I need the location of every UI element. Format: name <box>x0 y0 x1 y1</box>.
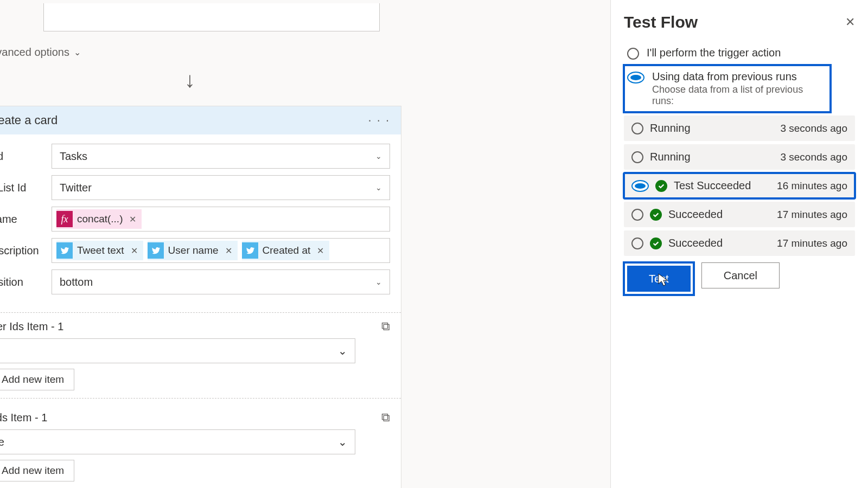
twitter-icon <box>148 242 164 259</box>
parent-list-label: rent List Id <box>0 182 52 194</box>
run-time: 16 minutes ago <box>777 180 847 192</box>
option-manual[interactable]: I'll perform the trigger action <box>624 41 855 65</box>
chevron-down-icon: ⌄ <box>375 152 382 160</box>
test-button-label: Test <box>649 273 669 285</box>
run-time: 3 seconds ago <box>780 151 847 163</box>
radio-icon[interactable] <box>631 237 643 249</box>
add-label-button[interactable]: ＋ Add new item <box>0 460 74 481</box>
run-time: 17 minutes ago <box>777 237 847 249</box>
chevron-down-icon: ⌄ <box>338 435 347 448</box>
option-prev-sub: Choose data from a list of previous runs… <box>652 84 827 107</box>
chevron-down-icon: ⌄ <box>375 183 382 192</box>
remove-token-icon[interactable]: ✕ <box>315 246 324 256</box>
radio-icon[interactable] <box>627 72 644 84</box>
radio-icon[interactable] <box>627 48 639 60</box>
card-header[interactable]: Create a card · · · <box>0 106 401 134</box>
run-item[interactable]: Test Succeeded16 minutes ago <box>624 173 855 198</box>
member-ids-title: ember Ids Item - 1 <box>0 320 390 333</box>
card-name-input[interactable]: fx concat(...) ✕ <box>52 207 390 232</box>
label-ids-section: ⧉ bel Ids Item - 1 blue ⌄ ＋ Add new item <box>0 404 401 488</box>
card-pos-value: bottom <box>60 276 93 288</box>
action-card: Create a card · · · ard Id Tasks ⌄ rent … <box>0 106 401 488</box>
card-desc-label: d Description <box>0 245 52 257</box>
switch-array-icon[interactable]: ⧉ <box>381 410 390 425</box>
dynamic-token[interactable]: Tweet text✕ <box>56 241 143 260</box>
chevron-down-icon: ⌄ <box>74 47 81 57</box>
chevron-down-icon: ⌄ <box>338 344 347 357</box>
success-icon <box>650 237 662 249</box>
twitter-icon <box>56 242 73 259</box>
run-status: Succeeded <box>668 208 723 221</box>
run-item[interactable]: Running3 seconds ago <box>624 115 855 141</box>
close-icon[interactable]: ✕ <box>845 15 855 29</box>
add-member-button[interactable]: ＋ Add new item <box>0 369 74 390</box>
run-item[interactable]: Running3 seconds ago <box>624 144 855 170</box>
cancel-button-label: Cancel <box>724 269 757 282</box>
fx-icon: fx <box>56 211 73 227</box>
fx-token-label: concat(...) <box>77 213 123 225</box>
radio-icon[interactable] <box>631 151 643 163</box>
board-id-value: Tasks <box>60 150 87 163</box>
option-manual-label: I'll perform the trigger action <box>647 47 781 59</box>
flow-arrow-icon: ↓ <box>184 68 195 92</box>
parent-list-value: Twitter <box>60 182 92 194</box>
remove-token-icon[interactable]: ✕ <box>129 246 138 256</box>
add-member-label: Add new item <box>2 374 64 386</box>
twitter-icon <box>242 242 258 259</box>
radio-icon[interactable] <box>631 180 649 192</box>
radio-icon[interactable] <box>631 123 643 134</box>
card-title: Create a card <box>0 113 368 127</box>
label-ids-select[interactable]: blue ⌄ <box>0 429 355 454</box>
more-icon[interactable]: · · · <box>368 113 390 127</box>
run-item[interactable]: Succeeded17 minutes ago <box>624 230 855 256</box>
run-status: Succeeded <box>668 237 723 249</box>
test-button-highlight: Test <box>624 262 694 295</box>
prev-card-fragment <box>43 3 380 31</box>
success-icon <box>655 180 667 192</box>
remove-token-icon[interactable]: ✕ <box>223 246 232 256</box>
card-pos-label: d Position <box>0 276 52 288</box>
fx-token[interactable]: fx concat(...) ✕ <box>56 209 142 229</box>
dynamic-token[interactable]: Created at✕ <box>242 241 330 260</box>
advanced-options-label: ow advanced options <box>0 46 69 59</box>
board-id-select[interactable]: Tasks ⌄ <box>52 144 390 169</box>
card-desc-input[interactable]: Tweet text✕User name✕Created at✕ <box>52 238 390 263</box>
test-flow-panel: ✕ Test Flow I'll perform the trigger act… <box>610 0 868 488</box>
dynamic-token[interactable]: User name✕ <box>148 241 238 260</box>
cancel-button[interactable]: Cancel <box>701 262 780 288</box>
card-name-label: rd Name <box>0 213 52 226</box>
parent-list-select[interactable]: Twitter ⌄ <box>52 175 390 200</box>
option-previous-runs[interactable]: Using data from previous runs Choose dat… <box>624 65 831 112</box>
run-status: Running <box>650 151 691 163</box>
label-ids-title: bel Ids Item - 1 <box>0 412 390 424</box>
run-status: Running <box>650 122 691 134</box>
previous-runs-list: Running3 seconds agoRunning3 seconds ago… <box>624 115 855 256</box>
success-icon <box>650 209 662 221</box>
remove-token-icon[interactable]: ✕ <box>127 214 136 224</box>
run-time: 3 seconds ago <box>780 123 847 134</box>
radio-icon[interactable] <box>631 209 643 221</box>
panel-title: Test Flow <box>624 13 855 31</box>
board-id-label: ard Id <box>0 150 52 163</box>
test-button[interactable]: Test <box>627 266 691 292</box>
switch-array-icon[interactable]: ⧉ <box>381 319 390 333</box>
run-status: Test Succeeded <box>674 179 751 192</box>
run-item[interactable]: Succeeded17 minutes ago <box>624 202 855 227</box>
member-ids-section: ⧉ ember Ids Item - 1 ⌄ ＋ Add new item <box>0 312 401 399</box>
run-time: 17 minutes ago <box>777 209 847 221</box>
card-pos-select[interactable]: bottom ⌄ <box>52 269 390 294</box>
member-ids-select[interactable]: ⌄ <box>0 338 355 363</box>
advanced-options-link[interactable]: ow advanced options ⌄ <box>0 46 81 59</box>
chevron-down-icon: ⌄ <box>375 278 382 286</box>
option-prev-label: Using data from previous runs <box>652 70 827 83</box>
label-ids-value: blue <box>0 436 4 448</box>
add-label-label: Add new item <box>2 465 64 477</box>
